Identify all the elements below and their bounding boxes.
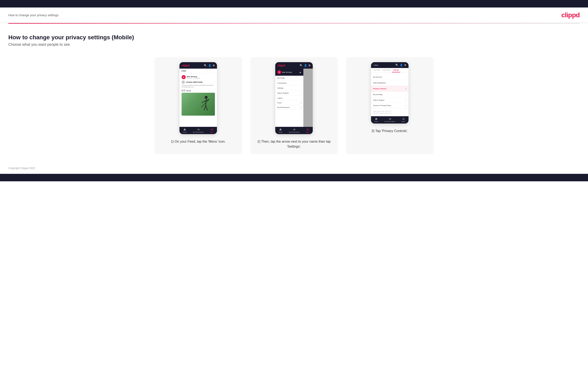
svg-line-1 <box>206 99 206 105</box>
home-label-2: Home <box>278 131 282 133</box>
screen1-content: Feed B Blair McHarg Yesterday · Sunningd… <box>180 69 217 127</box>
settings-back-bar: < Back 🔍 👤 ⚙ <box>371 62 408 68</box>
search-icon-2: 🔍 <box>300 64 303 67</box>
settings-item-dataintegrations[interactable]: Data Integrations › <box>371 80 408 86</box>
phone-nav-icons-3: 🔍 👤 ⚙ <box>395 64 406 67</box>
settings-icon: ⚙ <box>213 64 215 67</box>
tab-connections[interactable]: Connections <box>381 68 392 72</box>
step-1-caption: 1) On your Feed, tap the 'Menu' icon. <box>171 139 225 144</box>
menu-label-3: Menu <box>402 121 405 122</box>
feed-username: Blair McHarg <box>187 76 200 78</box>
svg-point-0 <box>205 96 208 99</box>
feed-image <box>182 93 215 116</box>
menu-arrow-up: ▲ <box>299 71 301 73</box>
arrow-dataintegrations: › <box>406 82 406 84</box>
version-line-1: Clippd Client Version: 2022.8.3-3 <box>373 110 406 112</box>
feed-tab: Feed <box>180 69 217 73</box>
phone-logo-2: clippd <box>277 64 285 67</box>
menu-nav-item-2: Menu <box>306 128 310 133</box>
phone-nav-icons-2: 🔍 👤 ⚙ <box>300 64 311 67</box>
feed-post: B Blair McHarg Yesterday · Sunningdale L… <box>180 73 217 117</box>
chevron-down-home: ▾ <box>301 102 301 104</box>
header-title: How to change your privacy settings <box>8 13 59 17</box>
footer: Copyright Clippd 2022 <box>0 162 588 174</box>
home-nav-item-3: Home <box>374 117 378 122</box>
ext-icon-help: ↗ <box>300 92 301 94</box>
menu-item-logout[interactable]: Logout <box>275 96 303 101</box>
tab-myprofile[interactable]: My Profile <box>372 68 381 72</box>
menu-item-connections[interactable]: Connections <box>275 81 303 86</box>
menu-user-info: B Blair McHarg <box>277 70 292 74</box>
menu-user-row: B Blair McHarg ▲ <box>275 69 303 76</box>
menu-label-1: Menu <box>210 131 214 133</box>
settings-icon-3: ⚙ <box>404 64 406 67</box>
version-line-2: GQL Server Version: 2022.7.30-1 <box>373 112 406 114</box>
settings-item-myaccount[interactable]: My Account › <box>371 74 408 80</box>
arrow-mygolfbag: › <box>406 93 406 96</box>
feed-duration-value: 01 hr : 30 min <box>182 90 215 92</box>
ext-icon-settings-help: ↗ <box>405 99 406 101</box>
menu-item-help[interactable]: Help & Support ↗ <box>275 91 303 96</box>
performance-nav-item-3: My Performance <box>385 117 395 122</box>
header: How to change your privacy settings clip… <box>0 8 588 23</box>
menu-username: Blair McHarg <box>282 71 292 73</box>
svg-line-4 <box>202 101 206 103</box>
menu-item-settings[interactable]: Settings <box>275 86 303 91</box>
phone-bottom-1: Home My Performance Menu <box>180 127 217 134</box>
steps-container: clippd 🔍 👤 ⚙ Feed B Blair McHarg <box>8 57 580 154</box>
phone-mockup-1: clippd 🔍 👤 ⚙ Feed B Blair McHarg <box>180 62 217 134</box>
menu-nav-item-3: Menu <box>402 117 405 122</box>
feed-avatar: B <box>182 75 186 79</box>
home-label-1: Home <box>183 131 187 133</box>
menu-section-home[interactable]: Home ▾ <box>275 101 303 105</box>
settings-item-mygolfbag[interactable]: My Golf Bag › <box>371 92 408 98</box>
performance-label-3: My Performance <box>385 121 395 122</box>
performance-label-1: My Performance <box>193 131 204 133</box>
menu-section-performance[interactable]: My Performance ▾ <box>275 105 303 110</box>
search-icon-3: 🔍 <box>395 64 398 67</box>
settings-list: My Account › Data Integrations › Privacy… <box>371 74 408 116</box>
settings-item-serviceprivacy[interactable]: Service & Privacy Policy ↗ <box>371 103 408 108</box>
settings-item-privacycontrols[interactable]: Privacy Controls › <box>371 86 408 92</box>
phone-bottom-2: Home My Performance Menu <box>275 127 313 134</box>
phone-nav-1: clippd 🔍 👤 ⚙ <box>180 62 217 69</box>
settings-item-help[interactable]: Help & Support ↗ <box>371 98 408 103</box>
feed-lesson-header: Lesson with Fordy <box>182 81 215 84</box>
feed-lesson-desc: Looking to feel like my hands are exitin… <box>182 85 215 88</box>
settings-version: Clippd Client Version: 2022.8.3-3 GQL Se… <box>371 108 408 116</box>
user-icon: 👤 <box>208 64 211 67</box>
svg-line-6 <box>201 99 209 107</box>
step-2-card: clippd 🔍 👤 ⚙ <box>250 57 338 154</box>
logo: clippd <box>561 11 580 19</box>
home-nav-item-2: Home <box>278 128 282 133</box>
step-3-card: < Back 🔍 👤 ⚙ My Profile Connections <box>346 57 433 154</box>
menu-nav-item-1: Menu <box>210 128 214 133</box>
menu-item-myprofile[interactable]: My Profile <box>275 76 303 81</box>
feed-user: B Blair McHarg Yesterday · Sunningdale <box>182 75 215 79</box>
tab-settings[interactable]: Settings <box>392 68 400 72</box>
golfer-silhouette <box>198 95 211 116</box>
feed-coach-avatar <box>182 81 185 84</box>
back-button[interactable]: < Back <box>373 64 378 66</box>
menu-panel: B Blair McHarg ▲ My Profile Connections <box>275 69 303 127</box>
feed-date: Yesterday · Sunningdale <box>187 78 200 79</box>
svg-line-2 <box>204 105 206 110</box>
chevron-down-performance: ▾ <box>301 107 301 108</box>
performance-label-2: My Performance <box>289 131 299 133</box>
home-nav-item-1: Home <box>183 128 187 133</box>
bottom-bar <box>0 174 588 181</box>
user-icon-2: 👤 <box>304 64 307 67</box>
svg-line-3 <box>206 105 208 110</box>
screen2-bg: B Blair McHarg ▲ My Profile Connections <box>275 69 313 127</box>
arrow-privacycontrols: › <box>406 88 406 90</box>
user-icon-3: 👤 <box>400 64 403 67</box>
home-label-3: Home <box>374 121 378 122</box>
copyright-text: Copyright Clippd 2022 <box>8 167 35 170</box>
main-content: How to change your privacy settings (Mob… <box>0 24 588 162</box>
menu-avatar: B <box>277 70 281 74</box>
performance-nav-item-1: My Performance <box>193 128 204 133</box>
top-bar <box>0 0 588 8</box>
feed-user-info: Blair McHarg Yesterday · Sunningdale <box>187 76 200 79</box>
feed-lesson-title: Lesson with Fordy <box>186 81 203 83</box>
screen2-content: B Blair McHarg ▲ My Profile Connections <box>275 69 313 127</box>
